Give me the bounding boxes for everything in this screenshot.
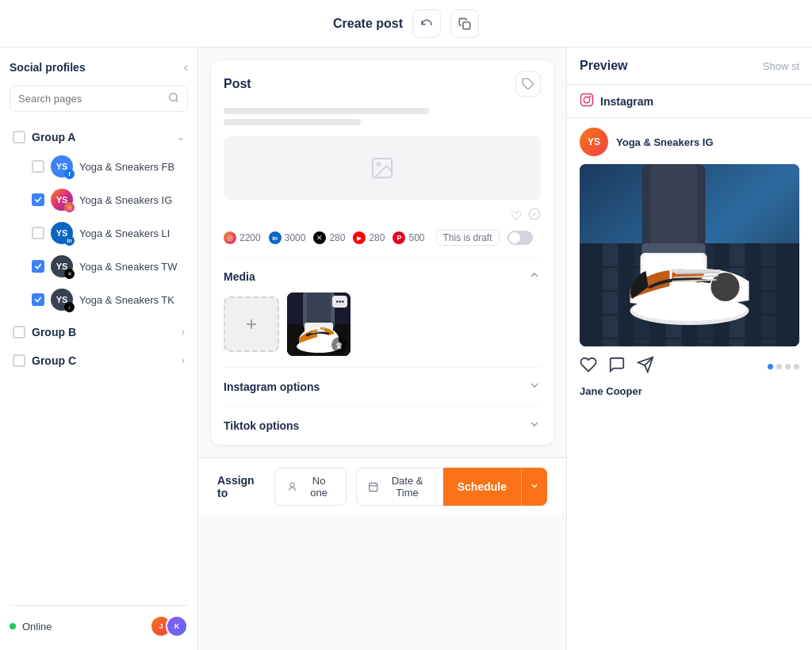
svg-point-1 [170, 94, 177, 101]
group-a-item: Group A ⌄ YS f Yoga & Sneakers FB YS [10, 124, 188, 316]
copy-button[interactable] [450, 10, 479, 38]
group-c-header[interactable]: Group C › [10, 348, 188, 373]
datetime-button[interactable]: Date & Time [356, 468, 443, 506]
post-placeholder-bar1 [224, 108, 429, 114]
group-a-checkbox[interactable] [13, 131, 25, 143]
post-placeholder-bar2 [224, 119, 361, 125]
stat-pt: P 500 [393, 231, 424, 244]
media-grid: ••• 🗑 [224, 292, 541, 367]
assign-value: No one [303, 475, 334, 499]
tw-stat-value: 280 [329, 232, 345, 243]
assign-label: Assign to [217, 474, 265, 499]
draft-toggle[interactable] [508, 231, 533, 245]
group-a-chevron-icon: ⌄ [177, 132, 185, 143]
sidebar-collapse-button[interactable]: ‹ [184, 60, 188, 75]
preview-dot-1 [768, 364, 773, 369]
tiktok-options-chevron-icon [528, 418, 541, 434]
preview-platform-name: Instagram [600, 95, 653, 108]
profile-li[interactable]: YS in Yoga & Sneakers LI [10, 216, 188, 250]
bottom-bar: Assign to No one Date & Time Schedule [198, 457, 566, 515]
tiktok-options-section: Tiktok options [224, 406, 541, 445]
profile-tw-checkbox[interactable] [32, 260, 44, 273]
yt-stat-icon: ▶ [353, 231, 366, 244]
profile-li-icon-wrap: YS in [51, 222, 73, 244]
profile-tw-icon-wrap: YS ✕ [51, 255, 73, 277]
add-media-button[interactable] [224, 296, 279, 352]
profile-li-checkbox[interactable] [32, 227, 44, 239]
profile-fb[interactable]: YS f Yoga & Sneakers FB [10, 150, 188, 183]
preview-image [580, 164, 799, 346]
instagram-options-header[interactable]: Instagram options [224, 368, 541, 406]
svg-rect-18 [370, 484, 377, 491]
datetime-label: Date & Time [383, 475, 431, 499]
yt-stat-value: 280 [369, 232, 385, 243]
media-more-button[interactable]: ••• [332, 296, 347, 308]
schedule-dropdown-button[interactable] [521, 468, 547, 506]
group-b-name: Group B [32, 326, 175, 338]
group-b-checkbox[interactable] [13, 326, 25, 338]
group-a-name: Group A [32, 131, 170, 143]
preview-platform-tab[interactable]: Instagram [567, 85, 812, 118]
undo-button[interactable] [412, 10, 441, 38]
group-b-header[interactable]: Group B › [10, 319, 188, 345]
preview-dots [768, 364, 799, 369]
profile-fb-platform-badge: f [64, 169, 75, 179]
media-header[interactable]: Media [224, 258, 541, 292]
post-card: Post ♡ ◎ 2200 [211, 60, 553, 445]
svg-point-5 [377, 162, 380, 166]
check-icon[interactable] [528, 208, 541, 224]
profile-li-platform-badge: in [64, 235, 75, 246]
schedule-button[interactable]: Schedule [443, 468, 521, 506]
preview-post: YS Yoga & Sneakers IG [567, 118, 812, 407]
preview-dot-3 [785, 364, 791, 369]
profile-fb-checkbox[interactable] [32, 160, 44, 173]
ig-stat-icon: ◎ [224, 231, 236, 244]
profile-tk[interactable]: YS ♪ Yoga & Sneakers TK [10, 283, 188, 316]
media-title: Media [224, 270, 255, 283]
group-c-checkbox[interactable] [13, 354, 25, 367]
tiktok-options-header[interactable]: Tiktok options [224, 407, 541, 445]
media-thumbnail: ••• 🗑 [287, 292, 350, 356]
post-image-placeholder [224, 136, 541, 200]
preview-avatar: YS [580, 128, 608, 156]
profile-ig-checkbox[interactable] [32, 193, 44, 206]
group-c-item: Group C › [10, 348, 188, 373]
preview-dot-4 [794, 364, 799, 369]
profile-tk-platform-badge: ♪ [64, 302, 75, 312]
group-a-header[interactable]: Group A ⌄ [10, 124, 188, 150]
profile-tk-checkbox[interactable] [32, 293, 44, 306]
heart-icon[interactable]: ♡ [511, 208, 522, 224]
profile-ig-icon-wrap: YS ◎ [51, 189, 73, 211]
profile-tw[interactable]: YS ✕ Yoga & Sneakers TW [10, 250, 188, 283]
tag-button[interactable] [515, 71, 541, 97]
group-c-chevron-icon: › [182, 355, 185, 366]
profile-ig[interactable]: YS ◎ Yoga & Sneakers IG [10, 183, 188, 216]
preview-heart-icon[interactable] [580, 356, 597, 377]
preview-comment-icon[interactable] [608, 356, 626, 377]
post-card-title: Post [224, 77, 251, 91]
preview-header: Preview Show st [567, 48, 812, 85]
search-box [10, 86, 188, 112]
toggle-knob [509, 232, 520, 243]
tiktok-options-title: Tiktok options [224, 419, 299, 432]
search-input[interactable] [18, 93, 162, 105]
profile-tk-name: Yoga & Sneakers TK [79, 294, 174, 306]
preview-dot-2 [776, 364, 782, 369]
post-actions-row: ♡ [211, 208, 553, 230]
user-avatar-2: K [166, 615, 188, 637]
svg-point-44 [711, 273, 740, 301]
assign-button[interactable]: No one [274, 468, 347, 506]
profile-ig-name: Yoga & Sneakers IG [79, 194, 172, 206]
stat-tw: ✕ 280 [313, 231, 345, 244]
instagram-options-title: Instagram options [224, 380, 320, 393]
preview-panel: Preview Show st Instagram YS Yoga & Snea… [566, 48, 812, 650]
show-st-button[interactable]: Show st [763, 60, 799, 72]
preview-actions [580, 356, 799, 377]
instagram-options-chevron-icon [528, 379, 541, 395]
preview-user-row: YS Yoga & Sneakers IG [580, 128, 799, 156]
stat-ig: ◎ 2200 [224, 231, 261, 244]
media-section: Media [224, 257, 541, 367]
preview-share-icon[interactable] [637, 356, 654, 377]
pt-stat-value: 500 [408, 232, 424, 243]
media-delete-button[interactable]: 🗑 [331, 337, 347, 353]
